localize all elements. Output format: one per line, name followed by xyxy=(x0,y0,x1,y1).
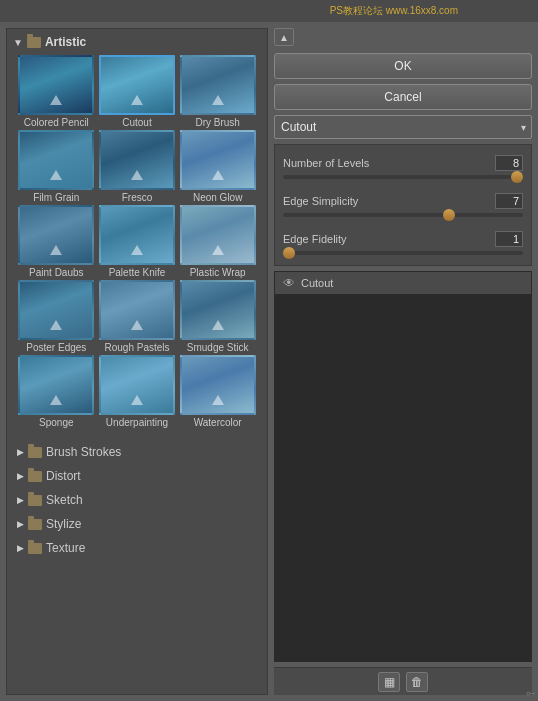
texture-arrow: ▶ xyxy=(17,543,24,553)
left-panel: ▼ Artistic Colored Pencil Cutout xyxy=(6,28,268,695)
slider-edge-fidelity-label: Edge Fidelity xyxy=(283,233,347,245)
thumb-neon-glow[interactable]: Neon Glow xyxy=(178,130,257,203)
thumb-poster-edges-img xyxy=(18,280,94,340)
slider-edge-simplicity: Edge Simplicity xyxy=(283,193,523,217)
thumb-neon-glow-img xyxy=(180,130,256,190)
slider-edge-simplicity-input[interactable] xyxy=(283,213,523,217)
sliders-section: Number of Levels Edge Simplicity Edge Fi… xyxy=(274,144,532,266)
thumb-film-grain-img xyxy=(18,130,94,190)
thumb-smudge-stick-img xyxy=(180,280,256,340)
layer-new-button[interactable]: ▦ xyxy=(378,672,400,692)
slider-edge-fidelity-value[interactable] xyxy=(495,231,523,247)
folder-icon xyxy=(27,37,41,48)
thumb-paint-daubs-label: Paint Daubs xyxy=(29,267,83,278)
thumb-cutout[interactable]: Cutout xyxy=(98,55,177,128)
distort-label: Distort xyxy=(46,469,81,483)
sketch-label: Sketch xyxy=(46,493,83,507)
thumb-fresco-img xyxy=(99,130,175,190)
thumb-rough-pastels-img xyxy=(99,280,175,340)
bottom-toolbar: ▦ 🗑 xyxy=(274,667,532,695)
thumb-cutout-label: Cutout xyxy=(122,117,151,128)
preview-area: 👁 Cutout xyxy=(274,271,532,662)
thumb-watercolor-label: Watercolor xyxy=(194,417,242,428)
thumb-watercolor-img xyxy=(180,355,256,415)
slider-number-of-levels-label: Number of Levels xyxy=(283,157,369,169)
thumb-rough-pastels[interactable]: Rough Pastels xyxy=(98,280,177,353)
brush-strokes-folder-icon xyxy=(28,447,42,458)
texture-folder-icon xyxy=(28,543,42,554)
thumb-dry-brush-img xyxy=(180,55,256,115)
thumb-paint-daubs-img xyxy=(18,205,94,265)
collapse-button[interactable]: ▲ xyxy=(274,28,294,46)
thumb-palette-knife-label: Palette Knife xyxy=(109,267,166,278)
thumb-colored-pencil-label: Colored Pencil xyxy=(24,117,89,128)
cancel-button[interactable]: Cancel xyxy=(274,84,532,110)
layer-delete-button[interactable]: 🗑 xyxy=(406,672,428,692)
thumb-underpainting[interactable]: Underpainting xyxy=(98,355,177,428)
layer-icon: ▦ xyxy=(384,675,395,689)
artistic-group-header[interactable]: ▼ Artistic xyxy=(13,35,261,49)
category-distort[interactable]: ▶ Distort xyxy=(13,464,261,488)
thumb-cutout-img xyxy=(99,55,175,115)
texture-label: Texture xyxy=(46,541,85,555)
sketch-arrow: ▶ xyxy=(17,495,24,505)
slider-number-of-levels-input[interactable] xyxy=(283,175,523,179)
thumb-rough-pastels-label: Rough Pastels xyxy=(104,342,169,353)
preview-label: Cutout xyxy=(301,277,333,289)
resize-handle[interactable]: ⟜ xyxy=(526,687,536,699)
thumb-paint-daubs[interactable]: Paint Daubs xyxy=(17,205,96,278)
thumb-plastic-wrap-label: Plastic Wrap xyxy=(190,267,246,278)
artistic-group-label: Artistic xyxy=(45,35,86,49)
distort-folder-icon xyxy=(28,471,42,482)
slider-edge-simplicity-label: Edge Simplicity xyxy=(283,195,358,207)
thumb-neon-glow-label: Neon Glow xyxy=(193,192,242,203)
thumb-underpainting-label: Underpainting xyxy=(106,417,168,428)
category-stylize[interactable]: ▶ Stylize xyxy=(13,512,261,536)
stylize-label: Stylize xyxy=(46,517,81,531)
thumb-sponge[interactable]: Sponge xyxy=(17,355,96,428)
thumb-dry-brush[interactable]: Dry Brush xyxy=(178,55,257,128)
stylize-arrow: ▶ xyxy=(17,519,24,529)
category-texture[interactable]: ▶ Texture xyxy=(13,536,261,560)
filter-select-container: Cutout Colored Pencil Dry Brush Film Gra… xyxy=(274,115,532,139)
preview-header: 👁 Cutout xyxy=(275,272,531,295)
sketch-folder-icon xyxy=(28,495,42,506)
ok-button[interactable]: OK xyxy=(274,53,532,79)
brush-strokes-arrow: ▶ xyxy=(17,447,24,457)
thumb-smudge-stick-label: Smudge Stick xyxy=(187,342,249,353)
filter-select[interactable]: Cutout Colored Pencil Dry Brush Film Gra… xyxy=(274,115,532,139)
thumb-sponge-img xyxy=(18,355,94,415)
thumb-colored-pencil[interactable]: Colored Pencil xyxy=(17,55,96,128)
thumb-film-grain[interactable]: Film Grain xyxy=(17,130,96,203)
category-brush-strokes[interactable]: ▶ Brush Strokes xyxy=(13,440,261,464)
thumb-film-grain-label: Film Grain xyxy=(33,192,79,203)
category-sketch[interactable]: ▶ Sketch xyxy=(13,488,261,512)
thumb-watercolor[interactable]: Watercolor xyxy=(178,355,257,428)
slider-edge-fidelity-input[interactable] xyxy=(283,251,523,255)
thumb-dry-brush-label: Dry Brush xyxy=(195,117,239,128)
thumb-smudge-stick[interactable]: Smudge Stick xyxy=(178,280,257,353)
trash-icon: 🗑 xyxy=(411,675,423,689)
slider-edge-simplicity-value[interactable] xyxy=(495,193,523,209)
slider-number-of-levels: Number of Levels xyxy=(283,155,523,179)
thumb-fresco[interactable]: Fresco xyxy=(98,130,177,203)
slider-number-of-levels-value[interactable] xyxy=(495,155,523,171)
artistic-thumbnails-grid: Colored Pencil Cutout Dry Brush Film Gra… xyxy=(13,55,261,432)
preview-content xyxy=(275,295,531,661)
artistic-arrow-icon: ▼ xyxy=(13,37,23,48)
thumb-plastic-wrap-img xyxy=(180,205,256,265)
thumb-poster-edges-label: Poster Edges xyxy=(26,342,86,353)
thumb-poster-edges[interactable]: Poster Edges xyxy=(17,280,96,353)
distort-arrow: ▶ xyxy=(17,471,24,481)
watermark-text: PS教程论坛 www.16xx8.com xyxy=(330,4,458,18)
category-list: ▶ Brush Strokes ▶ Distort ▶ Sketch xyxy=(7,436,267,694)
right-panel: ▲ OK Cancel Cutout Colored Pencil Dry Br… xyxy=(274,28,532,695)
eye-icon: 👁 xyxy=(283,276,295,290)
thumb-palette-knife-img xyxy=(99,205,175,265)
thumb-sponge-label: Sponge xyxy=(39,417,73,428)
slider-edge-fidelity: Edge Fidelity xyxy=(283,231,523,255)
thumb-plastic-wrap[interactable]: Plastic Wrap xyxy=(178,205,257,278)
thumb-palette-knife[interactable]: Palette Knife xyxy=(98,205,177,278)
thumb-colored-pencil-img xyxy=(18,55,94,115)
thumb-fresco-label: Fresco xyxy=(122,192,153,203)
